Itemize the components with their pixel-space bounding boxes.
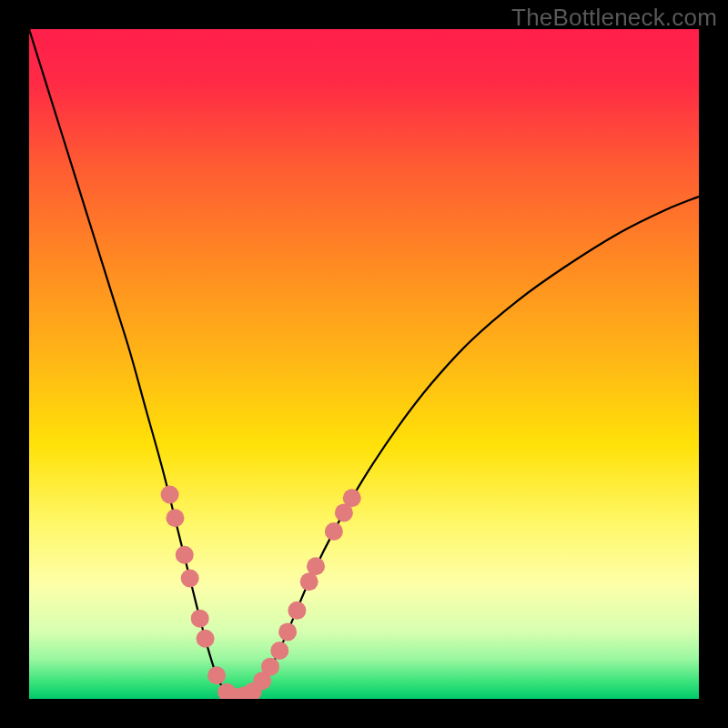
marker-dot: [197, 630, 215, 648]
marker-dot: [191, 610, 209, 628]
marker-dot: [288, 602, 306, 620]
marker-dot: [207, 666, 226, 684]
marker-dot: [176, 546, 194, 564]
marker-dot: [278, 622, 297, 641]
marker-dot: [343, 489, 361, 507]
marker-dot: [270, 642, 288, 660]
chart-frame: TheBottleneck.com: [0, 0, 728, 728]
marker-dot: [261, 658, 279, 676]
marker-dot: [307, 557, 325, 575]
chart-background: [29, 29, 699, 699]
marker-dot: [181, 570, 199, 588]
marker-dot: [161, 486, 179, 504]
marker-dot: [325, 522, 343, 541]
bottleneck-chart: [29, 29, 699, 699]
watermark-text: TheBottleneck.com: [511, 4, 717, 32]
marker-dot: [166, 509, 184, 527]
